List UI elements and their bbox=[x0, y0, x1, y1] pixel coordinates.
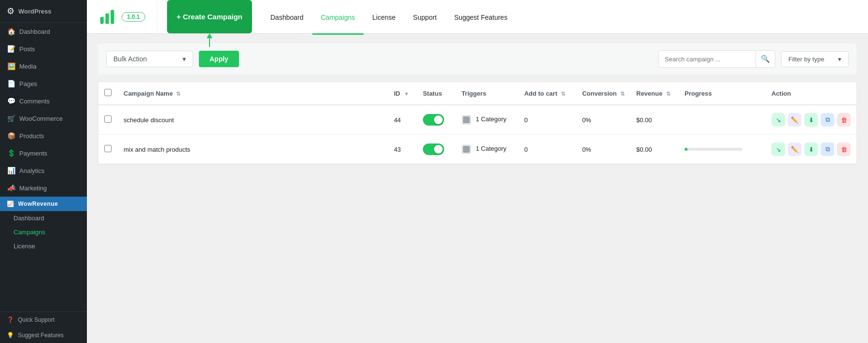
top-nav-campaigns[interactable]: Campaigns bbox=[312, 1, 364, 35]
col-triggers: Triggers bbox=[456, 82, 518, 105]
sidebar-item-label: Marketing bbox=[19, 185, 47, 192]
analytics-action-button[interactable]: ↘ bbox=[771, 143, 785, 156]
sidebar-item-pages[interactable]: 📄Pages bbox=[0, 75, 87, 92]
search-input[interactable] bbox=[659, 52, 756, 67]
campaign-table: Campaign Name ⇅ ID ▼ Status Triggers Add… bbox=[98, 82, 856, 164]
sidebar-footer-quick-support[interactable]: ❓Quick Support bbox=[0, 312, 87, 328]
pages-icon: 📄 bbox=[7, 80, 15, 87]
toggle-slider bbox=[423, 114, 444, 126]
filter-by-type-dropdown[interactable]: Filter by type ▾ bbox=[781, 51, 849, 67]
edit-icon: ✏️ bbox=[791, 116, 798, 124]
copy-icon: ⧉ bbox=[826, 145, 830, 153]
apply-button[interactable]: Apply bbox=[199, 51, 239, 67]
trash-icon: 🗑 bbox=[841, 146, 847, 153]
filter-label: Filter by type bbox=[788, 56, 824, 63]
sidebar-item-dashboard[interactable]: 🏠Dashboard bbox=[0, 23, 87, 40]
top-nav-support[interactable]: Support bbox=[405, 1, 446, 35]
row-triggers: 1 Category bbox=[456, 105, 518, 135]
sidebar-sub-nav: DashboardCampaignsLicense bbox=[0, 211, 87, 253]
create-campaign-button[interactable]: + Create Campaign bbox=[167, 0, 252, 33]
analytics-icon: 📊 bbox=[7, 167, 15, 174]
sidebar: ⚙ WordPress 🏠Dashboard📝Posts🖼️Media📄Page… bbox=[0, 0, 87, 343]
sidebar-item-label: Posts bbox=[19, 45, 35, 53]
search-box: 🔍 bbox=[658, 50, 775, 68]
search-icon-button[interactable]: 🔍 bbox=[756, 51, 775, 67]
col-status: Status bbox=[417, 82, 456, 105]
delete-action-button[interactable]: 🗑 bbox=[837, 113, 851, 127]
edit-icon: ✏️ bbox=[791, 146, 798, 153]
wowrevenue-label: WowRevenue bbox=[18, 200, 58, 207]
sidebar-nav: 🏠Dashboard📝Posts🖼️Media📄Pages💬Comments🛒W… bbox=[0, 23, 87, 197]
sidebar-footer: ❓Quick Support💡Suggest Features bbox=[0, 312, 87, 343]
wowrevenue-icon: 📈 bbox=[7, 200, 14, 207]
sidebar-item-posts[interactable]: 📝Posts bbox=[0, 40, 87, 57]
edit-action-button[interactable]: ✏️ bbox=[788, 113, 801, 127]
col-conversion[interactable]: Conversion ⇅ bbox=[576, 82, 630, 105]
col-add-to-cart[interactable]: Add to cart ⇅ bbox=[518, 82, 576, 105]
analytics-action-button[interactable]: ↘ bbox=[771, 113, 785, 127]
create-campaign-label: + Create Campaign bbox=[177, 13, 242, 21]
row-checkbox[interactable] bbox=[104, 145, 112, 152]
search-icon: 🔍 bbox=[761, 55, 770, 63]
sidebar-item-woocommerce[interactable]: 🛒WooCommerce bbox=[0, 110, 87, 127]
edit-action-button[interactable]: ✏️ bbox=[788, 143, 801, 156]
toggle-slider bbox=[423, 143, 444, 155]
select-all-checkbox[interactable] bbox=[104, 89, 112, 96]
toolbar: Bulk Action ▾ Apply 🔍 Filter by type ▾ bbox=[98, 43, 856, 74]
sidebar-sub-item-dashboard[interactable]: Dashboard bbox=[0, 211, 87, 225]
download-action-button[interactable]: ⬇ bbox=[804, 113, 818, 127]
table-header-row: Campaign Name ⇅ ID ▼ Status Triggers Add… bbox=[98, 82, 856, 105]
sort-icon-name: ⇅ bbox=[176, 91, 181, 97]
bulk-action-label: Bulk Action bbox=[113, 55, 147, 63]
row-add-to-cart: 0 bbox=[518, 135, 576, 164]
sidebar-item-comments[interactable]: 💬Comments bbox=[0, 92, 87, 110]
progress-bar-fill bbox=[685, 148, 687, 151]
products-icon: 📦 bbox=[7, 132, 15, 140]
col-id[interactable]: ID ▼ bbox=[388, 82, 417, 105]
sidebar-item-media[interactable]: 🖼️Media bbox=[0, 57, 87, 75]
top-header: 1.0.1 + Create Campaign DashboardCampaig… bbox=[87, 0, 868, 34]
logo-area: 1.0.1 bbox=[98, 0, 157, 33]
sidebar-item-marketing[interactable]: 📣Marketing bbox=[0, 179, 87, 197]
row-checkbox-cell bbox=[98, 135, 118, 164]
delete-action-button[interactable]: 🗑 bbox=[837, 143, 851, 156]
row-triggers: 1 Category bbox=[456, 135, 518, 164]
top-nav-dashboard[interactable]: Dashboard bbox=[262, 1, 312, 35]
sidebar-item-label: Dashboard bbox=[19, 28, 50, 35]
sidebar-footer-suggest-features[interactable]: 💡Suggest Features bbox=[0, 328, 87, 343]
filter-chevron-icon: ▾ bbox=[838, 56, 841, 63]
status-toggle[interactable] bbox=[423, 143, 444, 155]
woocommerce-icon: 🛒 bbox=[7, 114, 15, 122]
campaign-table-body: schedule discount 44 1 Category 0 0% $0.… bbox=[98, 105, 856, 164]
svg-rect-1 bbox=[105, 13, 109, 24]
download-action-button[interactable]: ⬇ bbox=[804, 143, 818, 156]
sidebar-footer-label: Suggest Features bbox=[18, 332, 64, 339]
col-campaign-name[interactable]: Campaign Name ⇅ bbox=[118, 82, 388, 105]
col-progress: Progress bbox=[679, 82, 766, 105]
sidebar-item-label: Comments bbox=[19, 98, 50, 105]
sidebar-sub-item-campaigns[interactable]: Campaigns bbox=[0, 225, 87, 239]
row-revenue: $0.00 bbox=[630, 135, 679, 164]
svg-rect-0 bbox=[100, 17, 104, 24]
top-nav-suggest-features[interactable]: Suggest Features bbox=[446, 1, 517, 35]
copy-action-button[interactable]: ⧉ bbox=[821, 143, 834, 156]
select-all-header bbox=[98, 82, 118, 105]
top-nav-license[interactable]: License bbox=[364, 1, 404, 35]
bulk-action-dropdown[interactable]: Bulk Action ▾ bbox=[106, 51, 193, 67]
sidebar-sub-item-license[interactable]: License bbox=[0, 239, 87, 253]
analytics-icon: ↘ bbox=[776, 146, 781, 153]
copy-action-button[interactable]: ⧉ bbox=[821, 113, 834, 127]
content-area: Bulk Action ▾ Apply 🔍 Filter by type ▾ bbox=[87, 34, 868, 343]
row-add-to-cart: 0 bbox=[518, 105, 576, 135]
sidebar-item-analytics[interactable]: 📊Analytics bbox=[0, 162, 87, 179]
marketing-icon: 📣 bbox=[7, 184, 15, 192]
col-revenue[interactable]: Revenue ⇅ bbox=[630, 82, 679, 105]
table-row: mix and match products 43 1 Category 0 0… bbox=[98, 135, 856, 164]
sidebar-item-products[interactable]: 📦Products bbox=[0, 127, 87, 144]
row-action: ↘ ✏️ ⬇ ⧉ 🗑 bbox=[766, 105, 856, 135]
status-toggle[interactable] bbox=[423, 114, 444, 126]
row-checkbox[interactable] bbox=[104, 115, 112, 123]
sidebar-item-payments[interactable]: 💲Payments bbox=[0, 144, 87, 162]
bulk-action-chevron-icon: ▾ bbox=[182, 55, 186, 63]
wowrevenue-section[interactable]: 📈 WowRevenue bbox=[0, 197, 87, 211]
